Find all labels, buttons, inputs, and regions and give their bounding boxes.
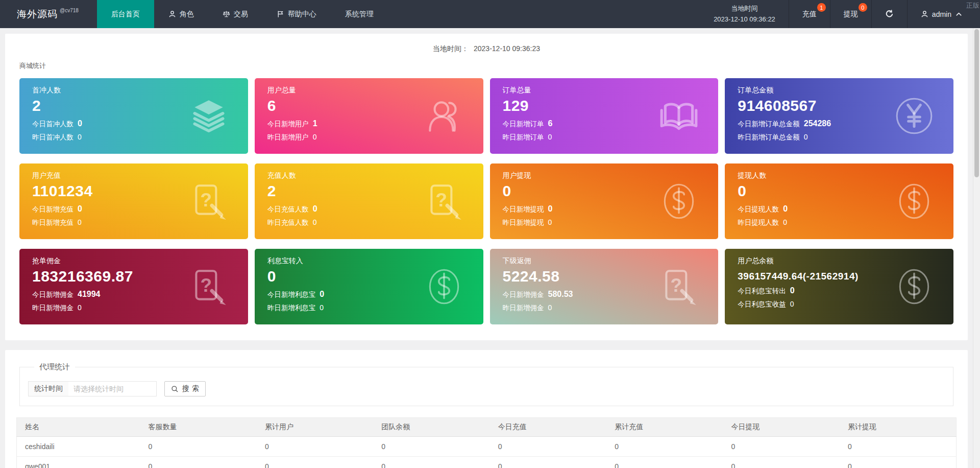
nav-item-label: 帮助中心 xyxy=(288,10,316,19)
table-row[interactable]: qwe0010000000 xyxy=(17,457,957,468)
card-subline-value: 0 xyxy=(548,218,552,226)
card-title: 首冲人数 xyxy=(32,86,235,95)
table-cell: 0 xyxy=(606,457,723,468)
table-header-cell: 客服数量 xyxy=(140,418,257,437)
card-subline-label: 昨日新增利息宝 xyxy=(267,303,316,313)
card-subline-label: 今日首冲人数 xyxy=(32,120,74,129)
table-cell: 0 xyxy=(373,457,489,468)
page-scrollbar[interactable] xyxy=(973,28,980,468)
stat-card-withdraw-count[interactable]: 提现人数0今日提现人数0昨日提现人数0 xyxy=(725,163,953,239)
main-nav: 后台首页角色交易帮助中心系统管理 xyxy=(97,0,388,28)
stat-time-input[interactable] xyxy=(68,382,156,396)
stat-card-first-charge-count[interactable]: 首冲人数2今日首冲人数0昨日首冲人数0 xyxy=(19,78,248,154)
stat-card-order-commission[interactable]: 抢单佣金183216369.87今日新增佣金41994昨日新增佣金0 xyxy=(19,249,248,324)
table-header-cell: 今日充值 xyxy=(490,418,606,437)
nav-item-home[interactable]: 后台首页 xyxy=(97,0,154,28)
card-subline-value: 0 xyxy=(783,204,788,214)
table-cell: 0 xyxy=(490,437,606,457)
doc-edit-icon xyxy=(188,266,230,308)
card-subline-label: 昨日新增佣金 xyxy=(503,303,544,313)
yen-circle-icon xyxy=(893,95,935,137)
action-withdraw[interactable]: 提现0 xyxy=(830,0,871,28)
table-cell: 0 xyxy=(723,457,840,468)
card-subline-label: 今日提现人数 xyxy=(738,205,779,214)
app-logo: 海外源码 @cv718 xyxy=(0,0,97,28)
table-header-cell: 累计充值 xyxy=(606,418,723,437)
card-title: 用户总量 xyxy=(267,86,471,95)
stat-card-interest-transfer-in[interactable]: 利息宝转入0今日新增利息宝0昨日新增利息宝0 xyxy=(255,249,483,324)
chevron-up-icon xyxy=(955,10,963,18)
table-header-cell: 团队余额 xyxy=(373,418,489,437)
refresh-button[interactable] xyxy=(871,0,907,28)
table-cell: 0 xyxy=(840,457,956,468)
user-icon xyxy=(168,10,176,18)
nav-item-help[interactable]: 帮助中心 xyxy=(262,0,331,28)
doc-edit-icon xyxy=(423,180,465,222)
action-recharge[interactable]: 充值1 xyxy=(789,0,830,28)
local-time-label: 当地时间 xyxy=(714,4,775,14)
card-subline-value: 0 xyxy=(78,119,82,128)
card-title: 提现人数 xyxy=(738,171,941,180)
stat-card-user-recharge[interactable]: 用户充值1101234今日新增充值0昨日新增充值0 xyxy=(19,163,248,239)
card-title: 订单总金额 xyxy=(738,86,941,95)
card-subline-label: 今日新增佣金 xyxy=(503,290,544,299)
stats-cards: 首冲人数2今日首冲人数0昨日首冲人数0用户总量6今日新增用户1昨日新增用户0订单… xyxy=(19,78,953,324)
card-subline-label: 昨日提现人数 xyxy=(738,218,779,227)
card-subline-value: 0 xyxy=(790,286,795,295)
stat-time-group: 统计时间 xyxy=(28,381,157,396)
table-cell: 0 xyxy=(840,437,956,457)
stat-card-total-orders[interactable]: 订单总量129今日新增订单6昨日新增订单0 xyxy=(490,78,719,154)
filter-row: 统计时间 搜索 xyxy=(28,379,945,396)
table-cell: 0 xyxy=(723,437,840,457)
card-subline-value: 254286 xyxy=(804,119,831,128)
card-title: 用户提现 xyxy=(503,171,706,180)
flag-icon xyxy=(277,10,284,18)
search-button-label: 搜索 xyxy=(182,384,202,393)
card-title: 用户充值 xyxy=(32,171,235,180)
card-subline-label: 昨日新增提现 xyxy=(503,218,544,227)
table-cell: ceshidaili xyxy=(17,437,140,457)
table-header-cell: 累计提现 xyxy=(840,418,956,437)
stats-panel: 当地时间：2023-12-10 09:36:23 商城统计 首冲人数2今日首冲人… xyxy=(5,34,968,340)
card-subline-value: 0 xyxy=(783,218,787,226)
app-logo-badge: @cv718 xyxy=(60,8,79,13)
stat-card-recharge-count[interactable]: 充值人数2今日充值人数0昨日充值人数0 xyxy=(255,163,483,239)
stat-card-total-users[interactable]: 用户总量6今日新增用户1昨日新增用户0 xyxy=(255,78,483,154)
stat-card-user-withdraw[interactable]: 用户提现0今日新增提现0昨日新增提现0 xyxy=(490,163,719,239)
dollar-circle-icon xyxy=(893,180,935,222)
card-subline-label: 今日新增订单 xyxy=(503,120,544,129)
nav-item-roles[interactable]: 角色 xyxy=(154,0,208,28)
card-subline-value: 0 xyxy=(548,303,552,312)
card-subline-value: 0 xyxy=(78,133,82,141)
agent-table: 姓名客服数量累计用户团队余额今日充值累计充值今日提现累计提现 ceshidail… xyxy=(16,417,957,468)
scrollbar-thumb[interactable] xyxy=(974,29,979,177)
nav-item-label: 角色 xyxy=(180,10,194,19)
table-cell: qwe001 xyxy=(17,457,140,468)
notification-badge: 1 xyxy=(817,3,826,12)
card-subline-value: 41994 xyxy=(78,290,101,299)
agent-fieldset: 代理统计 统计时间 搜索 xyxy=(19,362,953,406)
card-subline-label: 昨日新增订单总金额 xyxy=(738,133,800,142)
card-subline-value: 0 xyxy=(548,133,552,141)
search-icon xyxy=(171,385,179,393)
stat-card-subordinate-rebate[interactable]: 下级返佣5224.58今日新增佣金580.53昨日新增佣金0 xyxy=(490,249,719,324)
user-icon xyxy=(921,10,928,18)
table-cell: 0 xyxy=(490,457,606,468)
nav-item-system[interactable]: 系统管理 xyxy=(331,0,388,28)
table-row[interactable]: ceshidaili0000000 xyxy=(17,437,957,457)
topbar-actions: 充值1提现0 xyxy=(789,0,871,28)
nav-item-trade[interactable]: 交易 xyxy=(208,0,262,28)
dollar-circle-icon xyxy=(423,266,465,308)
card-subline-label: 昨日充值人数 xyxy=(267,218,309,227)
action-label: 充值 xyxy=(802,10,817,19)
card-subline-value: 0 xyxy=(548,204,553,214)
search-button[interactable]: 搜索 xyxy=(164,381,206,396)
card-subline-label: 昨日新增充值 xyxy=(32,218,74,227)
topbar-right: 当地时间 2023-12-10 09:36:22 充值1提现0 admin xyxy=(700,0,980,28)
stat-card-total-user-balance[interactable]: 用户总余额396157449.64(-21562914)今日利息宝转出0今日利息… xyxy=(725,249,953,324)
stat-card-total-order-amount[interactable]: 订单总金额914608567今日新增订单总金额254286昨日新增订单总金额0 xyxy=(725,78,953,154)
agent-legend: 代理统计 xyxy=(34,362,75,372)
card-subline-value: 0 xyxy=(313,218,317,226)
card-title: 抢单佣金 xyxy=(32,256,235,266)
card-subline-label: 今日新增充值 xyxy=(32,205,74,214)
